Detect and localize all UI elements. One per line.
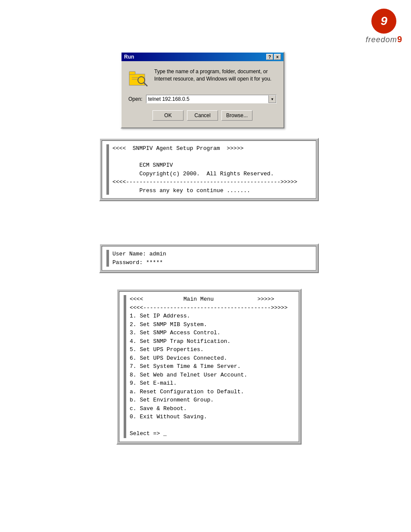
- login-screen: User Name: admin Password: *****: [99, 243, 319, 273]
- snmpiv-setup-text: <<<< SNMPIV Agent Setup Program >>>>> EC…: [112, 144, 297, 195]
- snmpiv-setup-content: <<<< SNMPIV Agent Setup Program >>>>> EC…: [106, 144, 311, 195]
- open-dropdown-button[interactable]: ▼: [268, 95, 276, 103]
- dialog-body: Type the name of a program, folder, docu…: [121, 61, 283, 128]
- dialog-title-buttons: ? ×: [266, 54, 281, 60]
- browse-button[interactable]: Browse...: [221, 110, 252, 121]
- main-menu-content: <<<< Main Menu >>>>> <<<<---------------…: [124, 295, 294, 438]
- dialog-content-row: Type the name of a program, folder, docu…: [128, 68, 277, 89]
- logo-symbol: 9: [381, 14, 388, 28]
- login-text: User Name: admin Password: *****: [112, 250, 166, 267]
- login-inner: User Name: admin Password: *****: [102, 246, 316, 271]
- dialog-icon: [128, 68, 149, 89]
- main-menu-screen: <<<< Main Menu >>>>> <<<<---------------…: [116, 289, 302, 445]
- dialog-message: Type the name of a program, folder, docu…: [154, 68, 271, 89]
- run-icon: [128, 68, 149, 89]
- open-label: Open:: [128, 96, 143, 102]
- dialog-help-button[interactable]: ?: [266, 54, 273, 60]
- ok-button[interactable]: OK: [153, 110, 184, 121]
- open-input[interactable]: [146, 95, 268, 103]
- logo-area: 9 ™ freedom9: [366, 9, 402, 44]
- main-menu-text: <<<< Main Menu >>>>> <<<<---------------…: [130, 295, 288, 438]
- snmpiv-setup-inner: <<<< SNMPIV Agent Setup Program >>>>> EC…: [102, 140, 316, 199]
- logo-text: freedom9: [366, 34, 402, 44]
- dialog-titlebar: Run ? ×: [121, 53, 283, 61]
- left-bar: [106, 144, 109, 195]
- logo-icon: 9 ™: [371, 9, 396, 34]
- open-input-container: ▼: [146, 95, 277, 103]
- login-left-bar: [106, 250, 109, 267]
- dialog-close-button[interactable]: ×: [274, 54, 281, 60]
- svg-rect-1: [129, 72, 135, 75]
- open-row: Open: ▼: [128, 95, 277, 103]
- snmpiv-setup-screen: <<<< SNMPIV Agent Setup Program >>>>> EC…: [99, 138, 319, 201]
- dialog-title: Run: [124, 54, 134, 60]
- dialog-buttons: OK Cancel Browse...: [128, 110, 277, 121]
- cancel-button[interactable]: Cancel: [187, 110, 218, 121]
- logo-tm: ™: [392, 9, 395, 13]
- login-content: User Name: admin Password: *****: [106, 250, 311, 267]
- run-dialog: Run ? × Type: [121, 52, 284, 128]
- main-menu-left-bar: [124, 295, 126, 438]
- main-menu-inner: <<<< Main Menu >>>>> <<<<---------------…: [119, 291, 299, 442]
